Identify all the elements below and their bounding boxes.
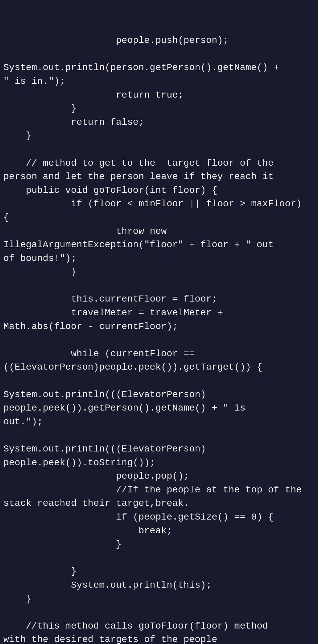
code-content: people.push(person); System.out.println(… — [3, 34, 315, 644]
code-container: people.push(person); System.out.println(… — [0, 0, 318, 644]
